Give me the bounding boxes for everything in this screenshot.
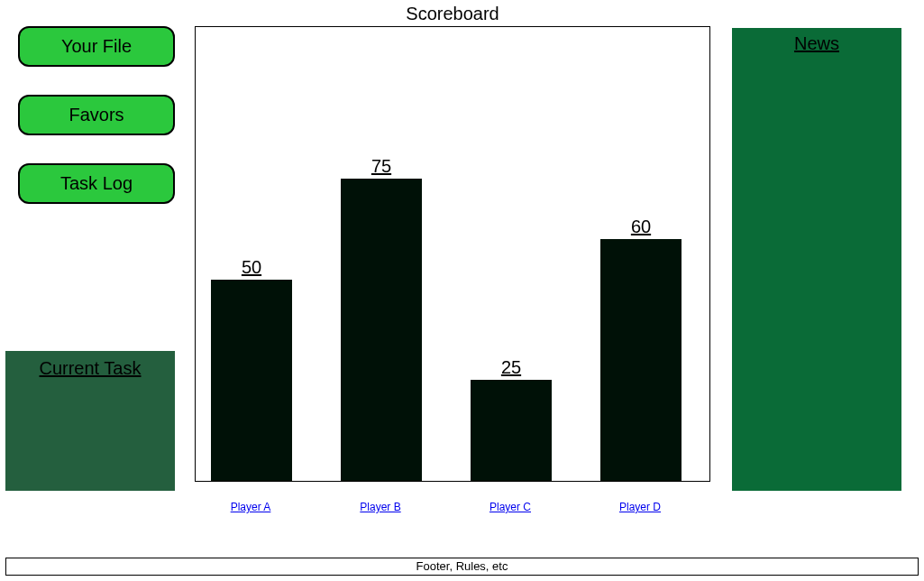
scoreboard-chart: 50752560 (195, 26, 710, 482)
favors-button[interactable]: Favors (18, 95, 175, 135)
bar-wrap: 75 (341, 156, 422, 481)
footer: Footer, Rules, etc (5, 558, 919, 576)
bar-wrap: 50 (211, 257, 292, 481)
chart-xaxis-labels: Player APlayer BPlayer CPlayer D (195, 487, 710, 523)
bar (471, 380, 552, 481)
bar-value-label: 60 (600, 217, 682, 237)
player-link[interactable]: Player B (360, 501, 400, 513)
news-label: News (794, 33, 839, 54)
bar-value-label: 25 (471, 357, 552, 378)
player-link[interactable]: Player D (619, 501, 661, 513)
player-link[interactable]: Player C (489, 501, 531, 513)
xaxis-label: Player B (340, 498, 421, 514)
current-task-label: Current Task (39, 358, 141, 379)
sidebar-left: Your File Favors Task Log (18, 26, 180, 232)
bar (600, 239, 682, 481)
bar-value-label: 75 (341, 156, 422, 177)
xaxis-label: Player A (210, 498, 291, 514)
player-link[interactable]: Player A (231, 501, 271, 513)
news-panel: News (732, 28, 901, 491)
xaxis-label: Player D (599, 498, 681, 514)
page-title: Scoreboard (195, 4, 710, 24)
current-task-panel: Current Task (5, 351, 175, 491)
task-log-button[interactable]: Task Log (18, 163, 175, 204)
bar-value-label: 50 (211, 257, 292, 278)
bar-wrap: 25 (471, 357, 552, 481)
your-file-button[interactable]: Your File (18, 26, 175, 67)
xaxis-label: Player C (470, 498, 551, 514)
bar-wrap: 60 (600, 217, 682, 481)
bar (211, 280, 292, 481)
bar (341, 179, 422, 481)
